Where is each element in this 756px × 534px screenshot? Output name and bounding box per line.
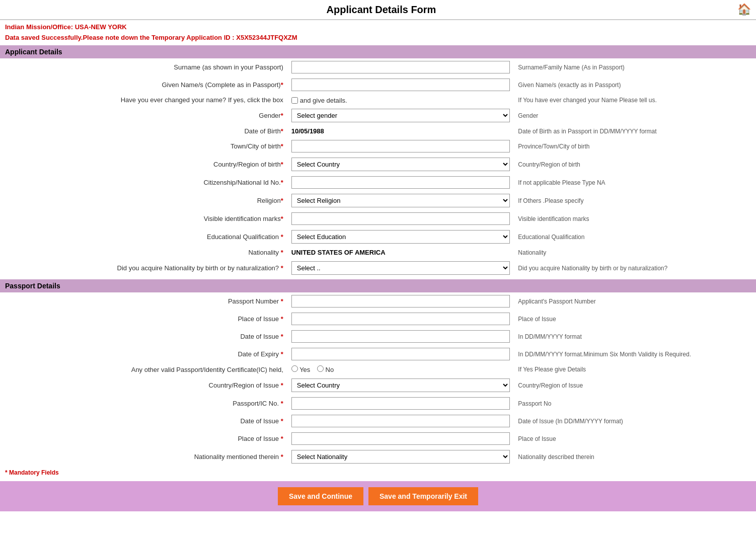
- surname-hint: Surname/Family Name (As in Passport): [514, 58, 756, 76]
- passport-number-label: Passport Number *: [0, 292, 287, 310]
- identification-hint: Visible identification marks: [514, 210, 756, 227]
- table-row: Country/Region of Issue * Select Country…: [0, 376, 756, 395]
- table-row: Date of Issue * In DD/MM/YYYY format: [0, 328, 756, 345]
- ic-place-issue-input[interactable]: [291, 432, 510, 445]
- mission-label: Indian Mission/Office:: [5, 23, 73, 31]
- identification-input[interactable]: [291, 212, 510, 225]
- country-issue-hint: Country/Region of Issue: [514, 376, 756, 395]
- passport-number-input-cell: [287, 292, 514, 310]
- gender-hint: Gender: [514, 106, 756, 125]
- table-row: Given Name/s (Complete as in Passport)* …: [0, 76, 756, 94]
- passport-ic-input[interactable]: [291, 397, 510, 410]
- date-issue-input[interactable]: [291, 330, 510, 343]
- ic-place-issue-input-cell: [287, 430, 514, 447]
- name-changed-checkbox[interactable]: [291, 97, 298, 104]
- mission-line: Indian Mission/Office: USA-NEW YORK: [0, 20, 756, 32]
- gender-label: Gender*: [0, 106, 287, 125]
- table-row: Citizenship/National Id No.* If not appl…: [0, 174, 756, 191]
- name-changed-suffix: and give details.: [300, 97, 347, 104]
- passport-number-input[interactable]: [291, 295, 510, 308]
- country-birth-select[interactable]: Select Country: [291, 158, 510, 171]
- table-row: Gender* Select gender Male Female Other …: [0, 106, 756, 125]
- nationality-acquired-select[interactable]: Select .. By Birth By Naturalization: [291, 261, 510, 275]
- dob-value: 10/05/1988: [291, 127, 324, 135]
- other-passport-no-radio[interactable]: [317, 365, 324, 372]
- given-names-label: Given Name/s (Complete as in Passport)*: [0, 76, 287, 94]
- table-row: Educational Qualification * Select Educa…: [0, 227, 756, 246]
- home-icon[interactable]: 🏠: [737, 3, 751, 16]
- date-expiry-input[interactable]: [291, 348, 510, 360]
- town-hint: Province/Town/City of birth: [514, 137, 756, 155]
- education-select-cell: Select Education Below Matriculation Mat…: [287, 227, 514, 246]
- app-id: X5X52344JTFQXZM: [236, 34, 297, 41]
- table-row: Nationality mentioned therein * Select N…: [0, 447, 756, 466]
- applicant-section-header: Applicant Details: [0, 45, 756, 58]
- town-input-cell: [287, 137, 514, 155]
- passport-number-hint: Applicant's Passport Number: [514, 292, 756, 310]
- date-issue-label: Date of Issue *: [0, 328, 287, 345]
- applicant-form-table: Surname (as shown in your Passport) Surn…: [0, 58, 756, 277]
- nationality-therein-hint: Nationality described therein: [514, 447, 756, 466]
- date-issue-input-cell: [287, 328, 514, 345]
- citizenship-input-cell: [287, 174, 514, 191]
- citizenship-input[interactable]: [291, 176, 510, 189]
- passport-ic-label: Passport/IC No. *: [0, 395, 287, 412]
- nationality-therein-select[interactable]: Select Nationality: [291, 450, 510, 464]
- table-row: Passport Number * Applicant's Passport N…: [0, 292, 756, 310]
- ic-date-issue-label: Date of Issue *: [0, 412, 287, 430]
- gender-select-cell: Select gender Male Female Other: [287, 106, 514, 125]
- table-row: Passport/IC No. * Passport No: [0, 395, 756, 412]
- table-row: Place of Issue * Place of Issue: [0, 430, 756, 447]
- place-issue-label: Place of Issue *: [0, 310, 287, 328]
- name-changed-label-cell: Have you ever changed your name? If yes,…: [0, 94, 287, 106]
- name-changed-hint: If You have ever changed your Name Pleas…: [514, 94, 756, 106]
- town-input[interactable]: [291, 140, 510, 152]
- ic-place-issue-label: Place of Issue *: [0, 430, 287, 447]
- dob-label: Date of Birth*: [0, 125, 287, 137]
- date-expiry-input-cell: [287, 345, 514, 363]
- education-select[interactable]: Select Education Below Matriculation Mat…: [291, 230, 510, 244]
- surname-label: Surname (as shown in your Passport): [0, 58, 287, 76]
- place-issue-hint: Place of Issue: [514, 310, 756, 328]
- given-names-hint: Given Name/s (exactly as in Passport): [514, 76, 756, 94]
- nationality-value-cell: UNITED STATES OF AMERICA: [287, 246, 514, 259]
- surname-input-cell: [287, 58, 514, 76]
- citizenship-hint: If not applicable Please Type NA: [514, 174, 756, 191]
- identification-label: Visible identification marks*: [0, 210, 287, 227]
- nationality-label: Nationality *: [0, 246, 287, 259]
- other-passport-no-label[interactable]: No: [317, 366, 334, 373]
- passport-ic-hint: Passport No: [514, 395, 756, 412]
- table-row: Date of Issue * Date of Issue (In DD/MM/…: [0, 412, 756, 430]
- mandatory-note: * Mandatory Fields: [0, 466, 756, 479]
- country-issue-select[interactable]: Select Country: [291, 378, 510, 392]
- ic-date-issue-hint: Date of Issue (In DD/MM/YYYY format): [514, 412, 756, 430]
- nationality-value: UNITED STATES OF AMERICA: [291, 249, 386, 256]
- table-row: Any other valid Passport/Identity Certif…: [0, 363, 756, 376]
- religion-select[interactable]: Select Religion Hindu Muslim Christian S…: [291, 194, 510, 207]
- save-exit-button[interactable]: Save and Temporarily Exit: [368, 487, 478, 505]
- town-label: Town/City of birth*: [0, 137, 287, 155]
- nationality-therein-label: Nationality mentioned therein *: [0, 447, 287, 466]
- ic-date-issue-input[interactable]: [291, 415, 510, 427]
- surname-input[interactable]: [291, 61, 510, 73]
- given-names-input[interactable]: [291, 79, 510, 91]
- country-issue-select-cell: Select Country: [287, 376, 514, 395]
- date-issue-hint: In DD/MM/YYYY format: [514, 328, 756, 345]
- religion-label: Religion*: [0, 191, 287, 210]
- success-message: Data saved Successfully.Please note down…: [5, 34, 235, 41]
- religion-select-cell: Select Religion Hindu Muslim Christian S…: [287, 191, 514, 210]
- save-continue-button[interactable]: Save and Continue: [278, 487, 363, 505]
- date-expiry-label: Date of Expiry *: [0, 345, 287, 363]
- other-passport-yes-label[interactable]: Yes: [291, 366, 312, 373]
- place-issue-input[interactable]: [291, 313, 510, 325]
- table-row: Town/City of birth* Province/Town/City o…: [0, 137, 756, 155]
- education-label: Educational Qualification *: [0, 227, 287, 246]
- ic-date-issue-input-cell: [287, 412, 514, 430]
- other-passport-yes-radio[interactable]: [291, 365, 298, 372]
- gender-select[interactable]: Select gender Male Female Other: [291, 109, 510, 122]
- name-changed-label: Have you ever changed your name? If yes,…: [121, 96, 283, 104]
- page-title: Applicant Details Form: [25, 4, 737, 16]
- mandatory-asterisk: *: [5, 469, 8, 476]
- header-bar: Applicant Details Form 🏠: [0, 0, 756, 20]
- other-passport-radio-cell: Yes No: [287, 363, 514, 376]
